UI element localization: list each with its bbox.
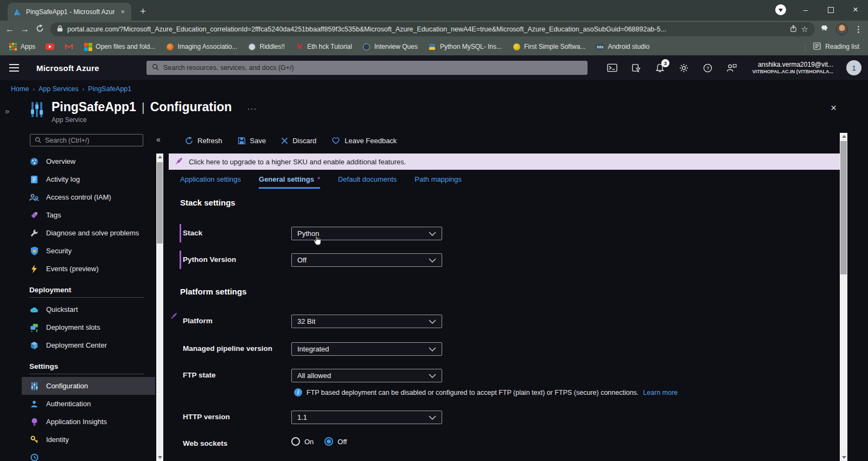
bookmark-python-mysql[interactable]: Python MySQL- Ins... (428, 42, 502, 51)
bookmark-open-files[interactable]: Open files and fold... (84, 42, 155, 51)
mouse-cursor (312, 235, 322, 248)
share-icon[interactable] (790, 24, 797, 34)
radio-selected-icon[interactable] (324, 437, 333, 446)
tab-path-mappings[interactable]: Path mappings (414, 175, 462, 189)
web-sockets-off-option[interactable]: Off (324, 437, 347, 446)
collapse-menu-icon[interactable]: « (156, 135, 161, 144)
account-info[interactable]: anshika.verma2019@vit... VITBHOPAL.AC.IN… (752, 61, 833, 75)
sidebar-item-identity[interactable]: Identity (22, 431, 155, 449)
sidebar-item-deployment-slots[interactable]: Deployment slots (22, 318, 155, 336)
back-icon[interactable]: ← (5, 25, 14, 34)
hamburger-menu-icon[interactable] (9, 64, 19, 72)
tab-close-icon[interactable]: × (119, 8, 126, 16)
bookmark-eth-hck[interactable]: Eth hck Tutorial (295, 42, 352, 51)
breadcrumb-app-services[interactable]: App Services (39, 85, 79, 93)
address-bar[interactable]: portal.azure.com/?Microsoft_Azure_Educat… (50, 22, 815, 36)
bookmark-star-icon[interactable]: ☆ (801, 24, 808, 34)
leave-feedback-button[interactable]: Leave Feedback (331, 137, 397, 145)
breadcrumb-resource[interactable]: PingSafeApp1 (88, 85, 131, 93)
python-version-dropdown[interactable]: Off (291, 253, 442, 267)
sidebar-item-configuration[interactable]: Configuration (22, 377, 155, 395)
title-separator: | (142, 100, 145, 114)
bookmark-first-simple[interactable]: First Simple Softwa... (512, 42, 585, 51)
scroll-down-arrow[interactable] (842, 456, 846, 459)
global-search[interactable] (146, 61, 588, 75)
maximize-button[interactable] (818, 0, 843, 20)
bookmark-youtube[interactable] (46, 42, 54, 51)
sidebar-item-activity-log[interactable]: Activity log (22, 170, 155, 188)
sidebar-item-tags[interactable]: Tags (22, 206, 155, 224)
profile-avatar[interactable] (836, 23, 848, 35)
bookmark-gmail[interactable] (65, 42, 73, 51)
lock-icon (57, 24, 63, 34)
directory-filter-icon[interactable] (631, 62, 642, 73)
sidebar-item-overview[interactable]: Overview (22, 152, 155, 170)
bookmark-imaging[interactable]: Imaging Associatio... (165, 42, 237, 51)
notifications-bell-icon[interactable]: 3 (655, 62, 666, 73)
new-tab-button[interactable]: + (140, 6, 146, 16)
cloud-shell-icon[interactable] (607, 62, 618, 73)
minimize-button[interactable]: – (793, 0, 818, 20)
azure-logo[interactable]: Microsoft Azure (36, 63, 99, 73)
refresh-button[interactable]: Refresh (185, 137, 222, 145)
sidebar-item-quickstart[interactable]: Quickstart (22, 300, 155, 318)
account-avatar[interactable]: 1 (846, 60, 861, 75)
page-scrollbar[interactable] (840, 133, 847, 461)
breadcrumb-home[interactable]: Home (11, 85, 29, 93)
bookmark-interview[interactable]: Interview Ques (362, 42, 418, 51)
global-search-input[interactable] (163, 64, 582, 72)
scrollbar-thumb[interactable] (157, 162, 163, 244)
more-options-icon[interactable]: ··· (247, 104, 257, 113)
sidebar-item-access-control[interactable]: Access control (IAM) (22, 188, 155, 206)
tab-default-documents[interactable]: Default documents (338, 175, 397, 189)
save-button[interactable]: Save (238, 137, 266, 145)
close-window-button[interactable]: × (843, 0, 868, 20)
scroll-down-arrow[interactable] (158, 456, 162, 459)
sidebar-item-diagnose[interactable]: Diagnose and solve problems (22, 224, 155, 242)
slots-icon (29, 323, 39, 332)
menu-search-input[interactable] (45, 137, 138, 144)
reload-icon[interactable] (36, 24, 44, 34)
settings-gear-icon[interactable] (679, 62, 690, 73)
extensions-icon[interactable] (821, 24, 829, 35)
scroll-up-arrow[interactable] (158, 156, 162, 158)
platform-dropdown[interactable]: 32 Bit (291, 315, 442, 328)
bookmark-android-studio[interactable]: tds Android studio (596, 42, 649, 51)
expand-panel-icon[interactable]: » (5, 106, 9, 116)
browser-tab[interactable]: PingSafeApp1 - Microsoft Azure × (8, 3, 131, 21)
discard-button[interactable]: Discard (281, 137, 316, 145)
learn-more-link[interactable]: Learn more (643, 389, 678, 396)
http-version-dropdown[interactable]: 1.1 (291, 411, 442, 424)
upgrade-sku-banner[interactable]: Click here to upgrade to a higher SKU an… (169, 153, 840, 170)
command-actions: Refresh Save Discard Leave Feedback (185, 133, 397, 148)
ftp-state-label: FTP state (183, 371, 216, 379)
sidebar-item-events[interactable]: Events (preview) (22, 260, 155, 278)
sidebar-item-application-insights[interactable]: Application Insights (22, 413, 155, 431)
managed-pipeline-label: Managed pipeline version (183, 344, 272, 353)
sidebar-scrollbar[interactable] (156, 153, 163, 461)
sidebar-item-security[interactable]: Security (22, 242, 155, 260)
reading-list-button[interactable]: Reading list (805, 42, 859, 52)
tab-application-settings[interactable]: Application settings (180, 175, 241, 189)
radio-unselected-icon[interactable] (291, 437, 300, 446)
managed-pipeline-dropdown[interactable]: Integrated (291, 342, 442, 356)
tab-general-settings[interactable]: General settings* (259, 175, 320, 189)
sidebar-item-partial[interactable] (22, 449, 155, 461)
url-text[interactable]: portal.azure.com/?Microsoft_Azure_Educat… (67, 25, 786, 33)
resource-menu: Overview Activity log Access control (IA… (22, 152, 155, 461)
feedback-icon[interactable] (726, 62, 737, 73)
bookmark-apps[interactable]: Apps (9, 42, 35, 51)
media-controls-icon[interactable] (768, 0, 793, 20)
sidebar-item-deployment-center[interactable]: Deployment Center (22, 336, 155, 354)
web-sockets-on-option[interactable]: On (291, 437, 314, 446)
scroll-up-arrow[interactable] (842, 135, 846, 138)
browser-menu-icon[interactable]: ⋮ (854, 24, 863, 34)
close-blade-icon[interactable]: × (831, 102, 837, 114)
help-icon[interactable]: ? (703, 62, 713, 73)
menu-search[interactable] (30, 134, 143, 146)
sidebar-item-authentication[interactable]: Authentication (22, 395, 155, 413)
scrollbar-thumb[interactable] (840, 141, 847, 274)
bookmark-riddles[interactable]: Riddles!! (248, 42, 285, 51)
forward-icon[interactable]: → (21, 25, 29, 34)
ftp-state-dropdown[interactable]: All allowed (291, 369, 442, 382)
